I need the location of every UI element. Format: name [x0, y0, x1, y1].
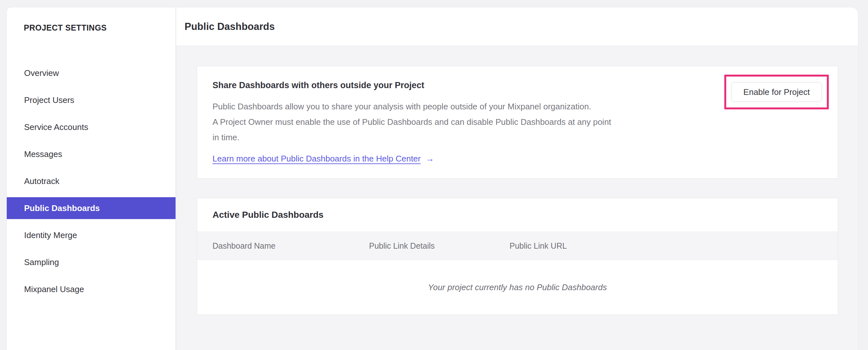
empty-state-message: Your project currently has no Public Das…: [197, 260, 838, 315]
arrow-right-icon: →: [426, 153, 434, 164]
sidebar-item-public-dashboards[interactable]: Public Dashboards: [7, 197, 176, 219]
main-header: Public Dashboards: [176, 7, 858, 46]
sidebar-item-mixpanel-usage[interactable]: Mixpanel Usage: [7, 278, 176, 300]
sidebar-item-sampling[interactable]: Sampling: [7, 251, 176, 273]
help-center-link[interactable]: Learn more about Public Dashboards in th…: [213, 153, 421, 164]
share-dashboards-card: Share Dashboards with others outside you…: [197, 66, 838, 178]
sidebar-item-service-accounts[interactable]: Service Accounts: [7, 116, 176, 138]
sidebar-item-overview[interactable]: Overview: [7, 62, 176, 84]
sidebar-item-identity-merge[interactable]: Identity Merge: [7, 224, 176, 246]
share-card-description-line: A Project Owner must enable the use of P…: [213, 114, 823, 129]
page-title: Public Dashboards: [185, 21, 275, 32]
column-header-public-link-details: Public Link Details: [369, 241, 509, 251]
main-panel: Public Dashboards Share Dashboards with …: [176, 7, 858, 350]
column-header-dashboard-name: Dashboard Name: [213, 241, 369, 251]
enable-for-project-button[interactable]: Enable for Project: [731, 82, 822, 102]
project-settings-sidebar: PROJECT SETTINGS Overview Project Users …: [6, 7, 176, 350]
sidebar-item-project-users[interactable]: Project Users: [7, 89, 176, 111]
sidebar-item-messages[interactable]: Messages: [7, 143, 176, 165]
annotation-highlight-box: Enable for Project: [724, 75, 829, 109]
help-link-row: Learn more about Public Dashboards in th…: [213, 153, 823, 164]
sidebar-item-autotrack[interactable]: Autotrack: [7, 170, 176, 192]
sidebar-title: PROJECT SETTINGS: [7, 22, 176, 33]
active-dashboards-heading: Active Public Dashboards: [197, 198, 838, 232]
active-public-dashboards-card: Active Public Dashboards Dashboard Name …: [197, 198, 838, 315]
share-card-description-line: in time.: [213, 129, 823, 145]
dashboards-table-header: Dashboard Name Public Link Details Publi…: [197, 232, 838, 260]
column-header-public-link-url: Public Link URL: [509, 241, 838, 251]
